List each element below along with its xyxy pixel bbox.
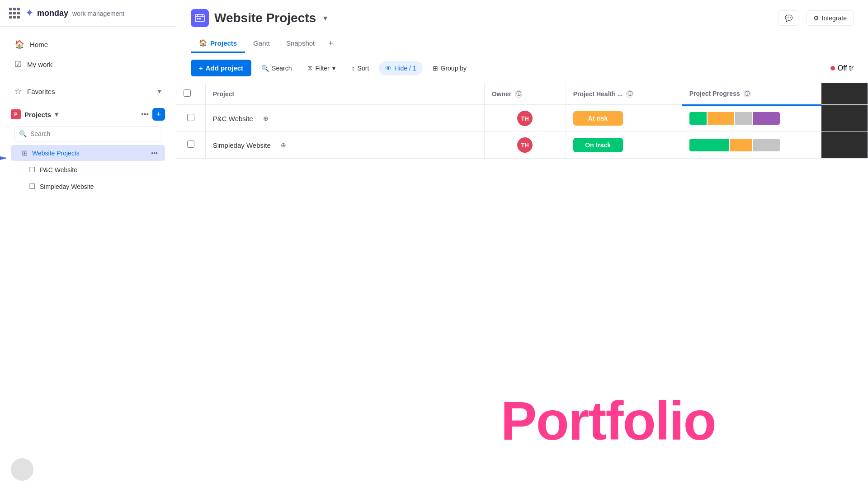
sidebar-item-home-label: Home xyxy=(30,41,48,48)
group-by-button[interactable]: ⊞ Group by xyxy=(426,61,473,75)
project-col-label: Project xyxy=(213,90,234,98)
filter-button[interactable]: ⧖ Filter ▾ xyxy=(302,61,341,75)
group-by-label: Group by xyxy=(441,65,467,72)
website-projects-label: Website Projects xyxy=(32,150,146,157)
toolbar: + Add project 🔍 Search ⧖ Filter ▾ ↕ Sort… xyxy=(176,53,868,83)
blue-arrow-annotation xyxy=(0,151,9,167)
row-2-progress-bar xyxy=(689,139,780,151)
projects-section-label: Projects xyxy=(24,111,51,118)
health-info-icon[interactable]: ⓘ xyxy=(626,90,633,98)
sidebar: ✦ monday work management 🏠 Home ☑ My wor… xyxy=(0,0,176,488)
brand-icon: ✦ xyxy=(25,7,33,19)
page-title-icon xyxy=(191,9,209,27)
table-wrapper: Project Owner ⓘ Project Health ... ⓘ xyxy=(176,83,868,488)
website-projects-icon: ⊞ xyxy=(22,149,28,157)
sidebar-item-website-projects[interactable]: ⊞ Website Projects ••• xyxy=(11,145,165,161)
sidebar-item-my-work[interactable]: ☑ My work xyxy=(4,55,172,74)
page-title-row: Website Projects ▾ 💬 ⚙ Integrate xyxy=(191,9,854,27)
filter-chevron-icon: ▾ xyxy=(332,65,335,72)
page-header-actions: 💬 ⚙ Integrate xyxy=(778,10,854,26)
owner-info-icon[interactable]: ⓘ xyxy=(515,90,522,98)
row-1-progress-cell xyxy=(682,105,821,132)
row-2-progress-cell xyxy=(682,132,821,159)
tab-projects-label: Projects xyxy=(210,39,237,47)
hide-button[interactable]: 👁 Hide / 1 xyxy=(379,61,422,75)
row-2-add-sub-btn[interactable]: ⊕ xyxy=(278,141,289,150)
search-icon: 🔍 xyxy=(261,65,269,72)
sidebar-item-simpleday-website[interactable]: ☐ Simpleday Website xyxy=(11,178,165,194)
sort-button[interactable]: ↕ Sort xyxy=(345,61,376,75)
row-2-health-badge[interactable]: On track xyxy=(573,138,623,152)
website-projects-more-icon[interactable]: ••• xyxy=(151,150,158,157)
row-1-health-badge[interactable]: At risk xyxy=(573,111,623,126)
row-2-seg-3 xyxy=(753,139,780,151)
projects-actions: ••• + xyxy=(141,108,165,121)
chat-button[interactable]: 💬 xyxy=(778,10,799,26)
favorites-chevron: ▾ xyxy=(158,87,161,95)
page-title-left: Website Projects ▾ xyxy=(191,9,327,27)
svg-rect-6 xyxy=(197,18,198,19)
sidebar-item-favorites[interactable]: ☆ Favorites ▾ xyxy=(4,83,172,100)
off-track-label: Off tr xyxy=(838,64,854,72)
page-title: Website Projects xyxy=(214,11,316,25)
table-row: Simpleday Website ⊕ TH On track xyxy=(176,132,868,159)
row-1-progress-bar xyxy=(689,112,780,125)
sidebar-item-home[interactable]: 🏠 Home xyxy=(4,35,172,54)
my-work-icon: ☑ xyxy=(14,59,22,69)
user-avatar xyxy=(11,458,33,481)
tab-snapshot[interactable]: Snapshot xyxy=(278,34,323,53)
row-2-extra-cell xyxy=(821,132,868,159)
row-1-seg-1 xyxy=(689,112,707,125)
row-1-seg-3 xyxy=(735,112,753,125)
page-header: Website Projects ▾ 💬 ⚙ Integrate 🏠 Proje… xyxy=(176,0,868,53)
row-2-health-cell: On track xyxy=(566,132,682,159)
simpleday-icon: ☐ xyxy=(29,182,35,191)
row-2-owner-cell: TH xyxy=(484,132,566,159)
select-all-header[interactable] xyxy=(176,83,205,105)
sidebar-item-pc-website[interactable]: ☐ P&C Website xyxy=(11,162,165,178)
tab-add-button[interactable]: + xyxy=(323,34,339,53)
row-2-checkbox-cell xyxy=(176,132,205,159)
projects-section: P Projects ▾ ••• + 🔍 xyxy=(0,101,176,199)
pc-website-label: P&C Website xyxy=(40,166,158,174)
owner-col-header: Owner ⓘ xyxy=(484,83,566,105)
sidebar-user-area xyxy=(0,451,176,488)
add-project-button[interactable]: + Add project xyxy=(191,60,251,76)
projects-more-icon[interactable]: ••• xyxy=(141,110,149,118)
sidebar-search-input[interactable] xyxy=(14,126,161,141)
add-project-label: Add project xyxy=(206,64,243,72)
row-2-owner-avatar: TH xyxy=(517,137,533,153)
extra-col-header xyxy=(821,83,868,105)
table-header-row: Project Owner ⓘ Project Health ... ⓘ xyxy=(176,83,868,105)
filter-icon: ⧖ xyxy=(308,64,312,72)
select-all-checkbox[interactable] xyxy=(184,89,191,97)
pc-website-icon: ☐ xyxy=(29,165,35,174)
apps-grid-icon[interactable] xyxy=(9,8,20,19)
project-col-header: Project xyxy=(205,83,484,105)
row-1-owner-avatar: TH xyxy=(517,111,533,126)
integrate-button[interactable]: ⚙ Integrate xyxy=(807,10,854,26)
title-dropdown-icon[interactable]: ▾ xyxy=(323,13,327,23)
tab-gantt-label: Gantt xyxy=(253,39,270,47)
projects-table: Project Owner ⓘ Project Health ... ⓘ xyxy=(176,83,868,159)
tab-projects[interactable]: 🏠 Projects xyxy=(191,34,245,53)
row-1-project-cell: P&C Website ⊕ xyxy=(205,105,484,132)
row-2-checkbox[interactable] xyxy=(187,141,194,148)
row-1-health-cell: At risk xyxy=(566,105,682,132)
sort-label: Sort xyxy=(358,65,369,72)
main-content: Website Projects ▾ 💬 ⚙ Integrate 🏠 Proje… xyxy=(176,0,868,488)
row-1-checkbox[interactable] xyxy=(187,114,194,121)
row-1-owner-cell: TH xyxy=(484,105,566,132)
off-track-toggle[interactable]: Off tr xyxy=(830,64,854,72)
search-button[interactable]: 🔍 Search xyxy=(255,61,298,75)
row-2-seg-2 xyxy=(730,139,752,151)
progress-info-icon[interactable]: ⓘ xyxy=(744,90,751,97)
add-project-btn[interactable]: + xyxy=(152,108,165,121)
row-1-add-sub-btn[interactable]: ⊕ xyxy=(260,114,271,123)
row-2-project-cell: Simpleday Website ⊕ xyxy=(205,132,484,159)
health-col-label: Project Health ... xyxy=(573,90,623,98)
projects-title-group: P Projects ▾ xyxy=(11,109,58,119)
projects-section-header[interactable]: P Projects ▾ ••• + xyxy=(7,104,169,124)
projects-chevron-icon: ▾ xyxy=(55,110,58,118)
tab-gantt[interactable]: Gantt xyxy=(245,34,278,53)
